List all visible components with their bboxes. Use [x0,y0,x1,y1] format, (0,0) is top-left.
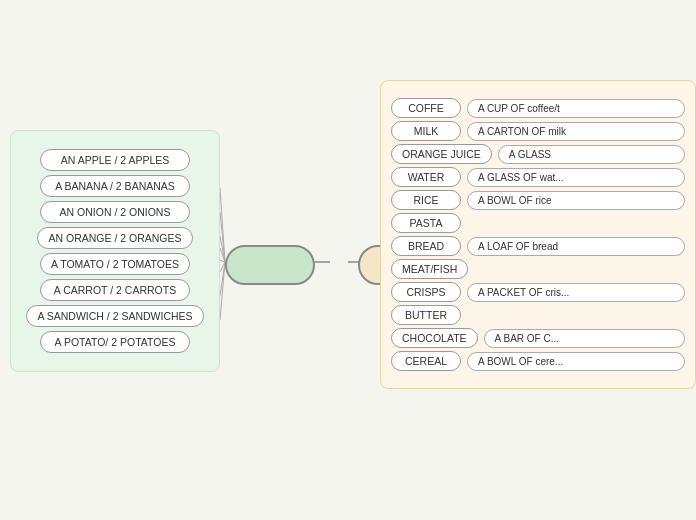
uncountable-row: RICEA BOWL OF rice [391,190,685,210]
uncountable-word: COFFE [391,98,461,118]
uncountable-desc: A CARTON OF milk [467,122,685,141]
uncountable-row: CRISPSA PACKET OF cris... [391,282,685,302]
uncountable-word: BUTTER [391,305,461,325]
uncountable-desc: A LOAF OF bread [467,237,685,256]
uncountable-desc: A BAR OF C... [484,329,685,348]
uncountable-word: WATER [391,167,461,187]
countable-label [225,245,315,285]
uncountable-items-container: COFFEA CUP OF coffee/tMILKA CARTON OF mi… [391,98,685,371]
countable-item: AN ONION / 2 ONIONS [40,201,190,223]
countable-item: A TOMATO / 2 TOMATOES [40,253,190,275]
uncountable-word: CRISPS [391,282,461,302]
svg-line-3 [220,248,225,262]
countable-items-container: AN APPLE / 2 APPLESA BANANA / 2 BANANASA… [23,149,207,353]
countable-item: A CARROT / 2 CARROTS [40,279,190,301]
uncountable-row: CEREALA BOWL OF cere... [391,351,685,371]
countable-item: A POTATO/ 2 POTATOES [40,331,190,353]
uncountable-desc: A GLASS [498,145,685,164]
uncountable-row: ORANGE JUICEA GLASS [391,144,685,164]
uncountable-row: MEAT/FISH [391,259,685,279]
countable-item: AN APPLE / 2 APPLES [40,149,190,171]
uncountable-word: RICE [391,190,461,210]
uncountable-row: BUTTER [391,305,685,325]
uncountable-desc: A BOWL OF rice [467,191,685,210]
uncountable-word: MEAT/FISH [391,259,468,279]
uncountable-desc: A PACKET OF cris... [467,283,685,302]
uncountable-word: CHOCOLATE [391,328,478,348]
uncountable-desc: A GLASS OF wat... [467,168,685,187]
uncountable-row: CHOCOLATEA BAR OF C... [391,328,685,348]
uncountable-row: BREADA LOAF OF bread [391,236,685,256]
uncountable-word: PASTA [391,213,461,233]
countable-panel: AN APPLE / 2 APPLESA BANANA / 2 BANANASA… [10,130,220,372]
uncountable-word: CEREAL [391,351,461,371]
uncountable-row: MILKA CARTON OF milk [391,121,685,141]
uncountable-desc: A BOWL OF cere... [467,352,685,371]
svg-line-0 [220,188,225,262]
countable-item: A SANDWICH / 2 SANDWICHES [26,305,203,327]
countable-item: A BANANA / 2 BANANAS [40,175,190,197]
uncountable-panel: COFFEA CUP OF coffee/tMILKA CARTON OF mi… [380,80,696,389]
uncountable-desc: A CUP OF coffee/t [467,99,685,118]
uncountable-row: WATERA GLASS OF wat... [391,167,685,187]
uncountable-word: MILK [391,121,461,141]
countable-item: AN ORANGE / 2 ORANGES [37,227,192,249]
svg-line-1 [220,212,225,262]
svg-line-2 [220,236,225,262]
main-container: AN APPLE / 2 APPLESA BANANA / 2 BANANASA… [0,0,696,520]
svg-line-7 [220,262,225,320]
uncountable-row: PASTA [391,213,685,233]
uncountable-word: BREAD [391,236,461,256]
uncountable-row: COFFEA CUP OF coffee/t [391,98,685,118]
uncountable-word: ORANGE JUICE [391,144,492,164]
